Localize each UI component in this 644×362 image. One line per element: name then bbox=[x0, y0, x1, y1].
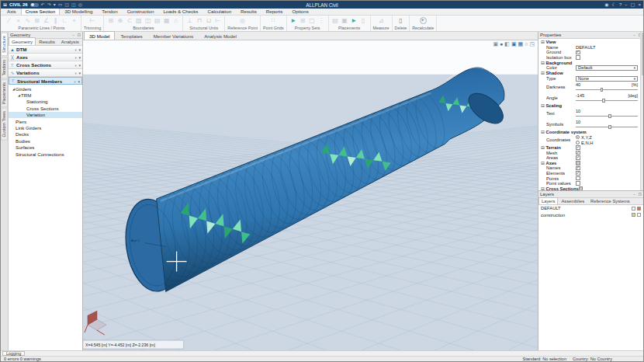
angle-line-icon[interactable]: ∠ bbox=[42, 16, 50, 25]
line-icon[interactable]: ∕ bbox=[5, 16, 13, 25]
section-axes[interactable]: ╳Axes bbox=[9, 54, 82, 61]
section-cross-sections[interactable]: ⊤Cross Sections bbox=[9, 61, 82, 69]
viewport-canvas[interactable]: Axis 1X=4.545 [m] Y=-4.452 [m] Z=-2.236 … bbox=[83, 40, 538, 350]
sphere-view-icon[interactable]: ● bbox=[500, 41, 503, 47]
filter-icon[interactable] bbox=[74, 62, 78, 68]
help-icon[interactable]: ? bbox=[619, 2, 621, 7]
section-dtm[interactable]: ▲DTM bbox=[9, 46, 82, 54]
slider-handle[interactable] bbox=[608, 114, 611, 118]
layer-color-chip[interactable] bbox=[632, 213, 635, 217]
elements-checkbox[interactable] bbox=[576, 171, 580, 176]
slider-track[interactable] bbox=[576, 125, 638, 129]
property-box-icon[interactable]: ▢ bbox=[308, 16, 317, 25]
layer-row-default[interactable]: DEFAULT bbox=[538, 205, 643, 212]
grid-lines-icon[interactable]: ⊞ bbox=[33, 16, 41, 25]
property-grid-icon[interactable]: ⊞ bbox=[299, 16, 307, 25]
maximize-button[interactable]: ▢ bbox=[631, 2, 635, 7]
slider-track[interactable] bbox=[576, 88, 638, 92]
placement-copy-icon[interactable]: ▣ bbox=[341, 16, 349, 25]
minimize-button[interactable]: − bbox=[625, 2, 628, 7]
tree-item-cross-sections[interactable]: Cross Sections bbox=[9, 105, 82, 111]
ground-checkbox[interactable] bbox=[576, 50, 580, 55]
section-variations[interactable]: ∿Variations bbox=[9, 69, 82, 77]
tree-item-structural-connections[interactable]: Structural Connections bbox=[9, 151, 82, 157]
symbols-slider[interactable]: 10 bbox=[576, 119, 638, 130]
geometry-tab-geometry[interactable]: Geometry bbox=[9, 37, 36, 45]
boundary-arch-icon[interactable]: ⌂ bbox=[171, 16, 180, 25]
slider-handle[interactable] bbox=[602, 99, 605, 103]
properties-minimize-icon[interactable]: − bbox=[633, 33, 635, 37]
angle-slider[interactable]: -145[deg] bbox=[576, 92, 638, 103]
filter-icon[interactable] bbox=[74, 70, 78, 75]
boundary-move-icon[interactable]: ⊕ bbox=[116, 16, 124, 25]
filter-icon[interactable] bbox=[74, 47, 78, 52]
tree-item-surfaces[interactable]: Surfaces bbox=[9, 144, 82, 151]
fullscreen-icon[interactable]: ◳ bbox=[529, 41, 535, 47]
slider-handle[interactable] bbox=[608, 125, 611, 129]
chevron-down-icon[interactable] bbox=[78, 78, 80, 84]
type-dropdown[interactable]: None bbox=[576, 76, 638, 82]
layers-pin-icon[interactable]: ⊡ bbox=[639, 192, 642, 197]
unit-frame-icon[interactable]: ⊓ bbox=[195, 16, 203, 25]
placement-apply-icon[interactable]: ► bbox=[350, 16, 358, 25]
chevron-down-icon[interactable] bbox=[78, 54, 81, 60]
slider-handle[interactable] bbox=[601, 88, 604, 92]
redo-icon[interactable]: ↷ bbox=[47, 2, 51, 7]
isolation-box-checkbox[interactable] bbox=[576, 55, 580, 60]
layout-quad-icon[interactable]: ◫ bbox=[71, 2, 76, 7]
color-dropdown[interactable]: Default bbox=[576, 65, 638, 71]
geometry-tab-results[interactable]: Results bbox=[36, 37, 58, 45]
viewport-tab-analysis-model[interactable]: Analysis Model bbox=[199, 31, 242, 40]
boundary-hatch-icon[interactable]: ▨ bbox=[134, 16, 143, 25]
layer-row-construction[interactable]: construction bbox=[538, 212, 643, 219]
delete-trash-icon[interactable]: ▯ bbox=[396, 16, 405, 25]
circle-view-icon[interactable]: ○ bbox=[525, 41, 528, 47]
layers-tab-assemblies[interactable]: Assemblies bbox=[558, 197, 587, 204]
terrain-checkbox[interactable] bbox=[576, 145, 580, 150]
corner-line-icon[interactable]: ∟ bbox=[61, 16, 69, 25]
point-icon[interactable]: + bbox=[70, 16, 78, 25]
viewport-tab-member-variations[interactable]: Member Variations bbox=[148, 31, 199, 40]
rail-tab-placements[interactable]: Placements bbox=[1, 79, 8, 107]
layers-view-icon[interactable]: ▣ bbox=[511, 41, 517, 47]
theme-moon-icon[interactable]: ☾ bbox=[612, 2, 616, 7]
point-values-checkbox[interactable] bbox=[576, 181, 580, 186]
areas-checkbox[interactable] bbox=[576, 155, 580, 160]
target-ring-icon[interactable]: ◎ bbox=[78, 2, 82, 7]
boundary-cells-icon[interactable]: ▦ bbox=[162, 16, 171, 25]
unit-joint-icon[interactable]: ⊢ bbox=[213, 16, 222, 25]
layer-color-chip[interactable] bbox=[637, 213, 641, 217]
tree-item-bodies[interactable]: Bodies bbox=[9, 137, 82, 144]
boundary-rows-icon[interactable]: ▤ bbox=[153, 16, 161, 25]
close-button[interactable]: × bbox=[638, 2, 641, 7]
spline-icon[interactable]: ∿ bbox=[23, 16, 32, 25]
box-view-icon[interactable]: ◧ bbox=[504, 41, 510, 47]
point-grid-icon[interactable]: ∷ bbox=[269, 16, 278, 25]
points-checkbox[interactable] bbox=[576, 176, 580, 181]
geometry-tab-analysis[interactable]: Analysis bbox=[58, 37, 82, 45]
account-icon[interactable]: ◉ bbox=[604, 2, 608, 7]
text-slider[interactable]: 10 bbox=[576, 108, 638, 119]
quick-toggle[interactable] bbox=[30, 3, 39, 7]
trim-icon[interactable]: ⊢ bbox=[88, 16, 97, 25]
placement-bin-icon[interactable]: ▯ bbox=[359, 16, 368, 25]
tree-item-stationing[interactable]: Stationing bbox=[9, 99, 82, 105]
properties-scrollbar[interactable] bbox=[640, 32, 643, 190]
boundary-pair-icon[interactable]: ◫ bbox=[144, 16, 152, 25]
slider-track[interactable] bbox=[576, 99, 638, 103]
render-image-icon[interactable]: ▣ bbox=[493, 41, 498, 47]
layers-tab-layers[interactable]: Layers bbox=[538, 197, 558, 204]
recalculate-icon[interactable]: ▶ bbox=[420, 17, 427, 24]
tree-item-trm[interactable]: TRM bbox=[9, 92, 82, 98]
tree-item-piers[interactable]: Piers bbox=[9, 118, 82, 124]
layer-color-chip[interactable] bbox=[637, 207, 641, 211]
tree-item-variation[interactable]: Variation bbox=[9, 112, 82, 118]
tree-item-girders[interactable]: Girders bbox=[9, 85, 82, 92]
boundary-grid-icon[interactable]: ⊞ bbox=[106, 16, 115, 25]
grid-view-icon[interactable]: ▦ bbox=[518, 41, 524, 47]
tree-item-decks[interactable]: Decks bbox=[9, 131, 82, 137]
cross-sections-checkbox[interactable] bbox=[579, 186, 583, 190]
darkness-slider[interactable]: 40[%] bbox=[576, 82, 638, 92]
viewport-tab-templates[interactable]: Templates bbox=[115, 31, 147, 40]
filter-icon[interactable] bbox=[74, 78, 77, 84]
